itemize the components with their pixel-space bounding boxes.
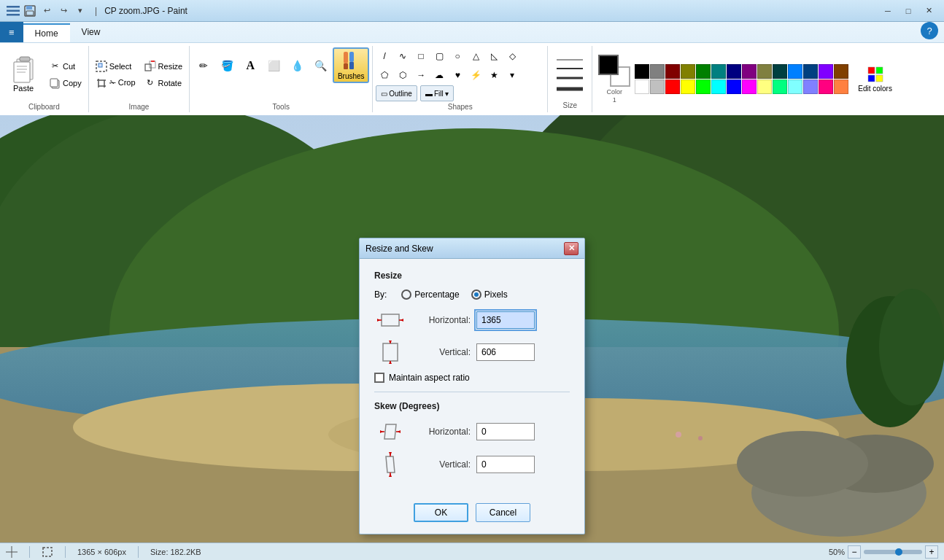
zoom-slider[interactable] — [864, 550, 922, 554]
outline-button[interactable]: ▭ Outline — [376, 85, 417, 101]
rtriangle-shape[interactable]: ◺ — [485, 47, 503, 65]
color-swatch-2[interactable] — [665, 64, 680, 79]
fill-button[interactable]: 🪣 — [216, 55, 238, 77]
heart-shape[interactable]: ♥ — [449, 66, 466, 84]
svg-marker-70 — [386, 456, 395, 472]
arrow-shape[interactable]: → — [412, 66, 430, 84]
line-shape[interactable]: / — [376, 47, 393, 65]
save-button[interactable] — [23, 4, 37, 18]
color-swatch-9[interactable] — [773, 64, 787, 79]
select-icon — [96, 61, 107, 72]
color-swatch-11[interactable] — [803, 64, 818, 79]
roundrect-shape[interactable]: ▢ — [430, 47, 448, 65]
dialog-close-button[interactable]: ✕ — [564, 242, 579, 255]
color-swatch-r2-1[interactable] — [650, 79, 665, 94]
minimize-button[interactable]: ─ — [878, 4, 897, 18]
color-swatch-r2-5[interactable] — [711, 79, 726, 94]
rotate-button[interactable]: ↻ Rotate — [141, 75, 187, 91]
resize-section: Resize By: Percentage Pixels — [374, 271, 570, 383]
color-swatch-10[interactable] — [788, 64, 802, 79]
maintain-ratio-row: Maintain aspect ratio — [374, 373, 570, 383]
cut-button[interactable]: ✂ Cut — [45, 58, 85, 74]
rotate-icon: ↻ — [144, 77, 156, 89]
edit-colors-button[interactable]: Edit colors — [853, 62, 897, 96]
color-swatch-4[interactable] — [696, 64, 711, 79]
curve-shape[interactable]: ∿ — [394, 47, 411, 65]
color-swatch-12[interactable] — [819, 64, 833, 79]
color-swatch-r2-7[interactable] — [742, 79, 757, 94]
customize-quick-access[interactable]: ▾ — [73, 4, 88, 18]
text-button[interactable]: A — [239, 55, 261, 77]
vertical-input[interactable] — [476, 343, 535, 361]
horizontal-input[interactable] — [476, 311, 535, 329]
select-button[interactable]: Select — [92, 58, 139, 74]
rect-shape[interactable]: □ — [412, 47, 430, 65]
skew-horizontal-input[interactable] — [476, 423, 535, 440]
color-swatch-13[interactable] — [834, 64, 848, 79]
pentagon-shape[interactable]: ⬠ — [376, 66, 393, 84]
help-button[interactable]: ? — [921, 22, 938, 39]
percentage-radio[interactable] — [401, 289, 411, 300]
zoom-in-button[interactable]: + — [925, 545, 938, 559]
hexagon-shape[interactable]: ⬡ — [394, 66, 411, 84]
color-swatch-3[interactable] — [681, 64, 695, 79]
triangle-shape[interactable]: △ — [467, 47, 484, 65]
app-menu-button[interactable] — [6, 4, 20, 18]
color1-swatch[interactable] — [598, 55, 619, 75]
cloud-shape[interactable]: ☁ — [430, 66, 448, 84]
resize-button[interactable]: Resize — [141, 58, 187, 74]
undo-button[interactable]: ↩ — [39, 4, 54, 18]
star-shape[interactable]: ★ — [485, 66, 503, 84]
diamond-shape[interactable]: ◇ — [503, 47, 521, 65]
cut-icon: ✂ — [49, 61, 61, 72]
zoom-out-button[interactable]: − — [848, 545, 861, 559]
selection-icon-item — [42, 546, 53, 558]
color-swatch-7[interactable] — [742, 64, 757, 79]
color-swatch-r2-12[interactable] — [819, 79, 833, 94]
color-swatch-r2-9[interactable] — [773, 79, 787, 94]
close-button[interactable]: ✕ — [919, 4, 938, 18]
eraser-button[interactable]: ⬜ — [263, 55, 285, 77]
fill-shape-button[interactable]: ▬ Fill ▾ — [420, 85, 454, 101]
pencil-button[interactable]: ✏ — [193, 55, 214, 77]
crop-button[interactable]: ✁ Crop — [92, 75, 139, 91]
color-swatch-r2-8[interactable] — [757, 79, 772, 94]
color-swatch-r2-2[interactable] — [665, 79, 680, 94]
percentage-option[interactable]: Percentage — [401, 289, 459, 300]
app-menu-tab[interactable]: ≡ — [0, 22, 23, 42]
color-swatch-r2-6[interactable] — [727, 79, 741, 94]
color-picker-button[interactable]: 💧 — [286, 55, 308, 77]
color-swatch-1[interactable] — [650, 64, 665, 79]
color-swatch-r2-0[interactable] — [635, 79, 649, 94]
color-swatch-r2-11[interactable] — [803, 79, 818, 94]
color-swatch-r2-3[interactable] — [681, 79, 695, 94]
more-shapes[interactable]: ▾ — [503, 66, 521, 84]
ellipse-shape[interactable]: ○ — [449, 47, 466, 65]
skew-vertical-input[interactable] — [476, 456, 535, 473]
copy-button[interactable]: Copy — [45, 75, 85, 91]
pixels-radio[interactable] — [471, 289, 481, 300]
color-swatch-0[interactable] — [635, 64, 649, 79]
color-swatch-r2-13[interactable] — [834, 79, 848, 94]
tools-group: ✏ 🪣 A ⬜ 💧 🔍 Brushes Tools — [190, 46, 373, 112]
color-swatch-r2-4[interactable] — [696, 79, 711, 94]
brushes-button[interactable]: Brushes — [333, 47, 369, 83]
color-swatch-6[interactable] — [727, 64, 741, 79]
tab-home[interactable]: Home — [23, 23, 70, 42]
color-swatch-5[interactable] — [711, 64, 726, 79]
size-group: Size — [548, 46, 592, 112]
color-swatch-r2-10[interactable] — [788, 79, 802, 94]
cancel-button[interactable]: Cancel — [476, 503, 530, 522]
paste-button[interactable]: Paste — [3, 47, 44, 101]
ok-button[interactable]: OK — [414, 503, 468, 522]
svg-rect-25 — [344, 63, 348, 69]
lightning-shape[interactable]: ⚡ — [467, 66, 484, 84]
color-swatch-8[interactable] — [757, 64, 772, 79]
redo-button[interactable]: ↪ — [56, 4, 71, 18]
maintain-ratio-checkbox[interactable] — [374, 373, 384, 383]
tab-view[interactable]: View — [70, 22, 112, 42]
maximize-button[interactable]: □ — [899, 4, 918, 18]
pixels-option[interactable]: Pixels — [471, 289, 508, 300]
magnifier-button[interactable]: 🔍 — [309, 55, 331, 77]
crop-label: ✁ Crop — [109, 78, 136, 88]
